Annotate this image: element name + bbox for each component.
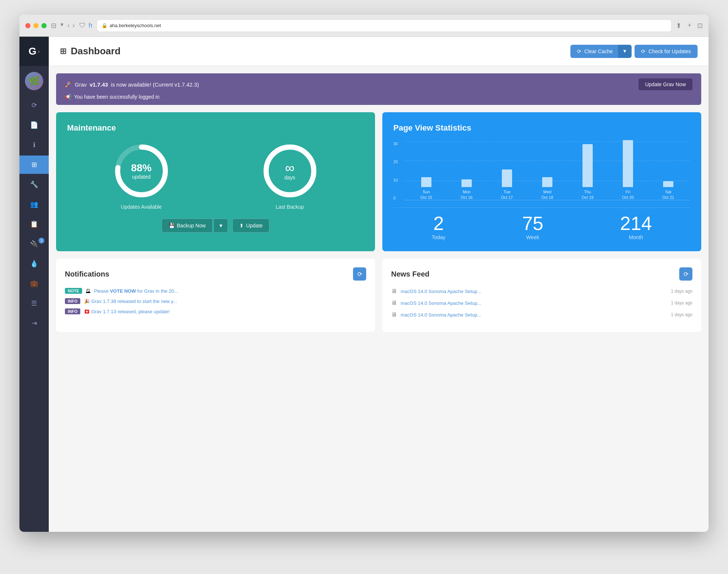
themes-icon: 💧 <box>30 260 38 268</box>
sidebar-item-sync[interactable]: ⟳ <box>19 96 49 114</box>
clear-cache-button[interactable]: ⟳ Clear Cache <box>570 45 619 58</box>
browser-buttons <box>25 23 47 28</box>
update-plugin-button[interactable]: ⬆ Update <box>232 219 269 233</box>
minimize-button[interactable] <box>33 23 38 28</box>
maintenance-title: Maintenance <box>67 123 364 133</box>
news-link-0[interactable]: macOS 14.0 Sonoma Apache Setup... <box>401 289 667 294</box>
newsfeed-title: News Feed <box>391 270 429 278</box>
bar-thu: ThuOct 19 <box>569 144 606 200</box>
newsfeed-refresh-button[interactable]: ⟳ <box>679 267 692 281</box>
clear-cache-label: Clear Cache <box>584 48 613 54</box>
sidebar-item-admin[interactable]: 💼 <box>19 274 49 293</box>
address-bar[interactable]: 🔒 aha.berkeleyschools.net <box>97 19 672 32</box>
backup-dropdown-button[interactable]: ▼ <box>214 219 228 233</box>
news-link-1[interactable]: macOS 14.0 Sonoma Apache Setup... <box>401 300 667 306</box>
check-updates-label: Check for Updates <box>648 48 691 54</box>
sidebar-nav: ⟳ 📄 ℹ ⊞ 🔧 👥 📋 <box>19 96 49 332</box>
week-value: 75 <box>522 214 543 233</box>
update-grav-button[interactable]: Update Grav Now <box>639 78 692 90</box>
plugins-icon: 🔌 <box>30 240 38 248</box>
banner-version-text: 🚀 Grav v1.7.43 is now available! (Curren… <box>65 81 199 88</box>
forward-icon[interactable]: › <box>73 22 75 30</box>
sync-icon: ⟳ <box>32 101 37 109</box>
notification-text-1[interactable]: 🎉 Grav 1.7.38 released to start the new … <box>84 299 177 304</box>
notifications-header: Notifications ⟳ <box>65 267 366 281</box>
chevron-down-icon[interactable]: ▼ <box>59 22 65 30</box>
stat-today: 2 Today <box>432 214 445 240</box>
sidebar-item-info[interactable]: ℹ <box>19 136 49 154</box>
notifications-card: Notifications ⟳ NOTE 🗳 Please VOTE NOW f… <box>56 259 375 332</box>
bottom-grid: Notifications ⟳ NOTE 🗳 Please VOTE NOW f… <box>49 259 709 339</box>
upload-icon: ⬆ <box>239 223 244 228</box>
month-label: Month <box>620 234 652 240</box>
sidebar-item-logout[interactable]: ⇥ <box>19 314 49 332</box>
sidebar-item-menu[interactable]: ☰ <box>19 294 49 312</box>
y-label-10: 10 <box>393 178 398 182</box>
notifications-title: Notifications <box>65 270 109 278</box>
sidebar-item-tools[interactable]: 🔧 <box>19 175 49 194</box>
card-actions: 💾 Backup Now ▼ ⬆ Update <box>67 219 364 233</box>
notification-item-1: INFO 🎉 Grav 1.7.38 released to start the… <box>65 298 366 304</box>
stat-week: 75 Week <box>522 214 543 240</box>
updates-donut-text: 88% updated <box>131 162 151 180</box>
bar-sun-label: SunOct 15 <box>420 189 432 200</box>
newsfeed-header: News Feed ⟳ <box>391 267 692 281</box>
stat-month: 214 Month <box>620 214 652 240</box>
pages-icon: 📄 <box>30 121 38 129</box>
bar-chart: SunOct 15 MonOct 16 TueOct 17 <box>404 142 690 200</box>
updates-donut: 88% updated <box>112 142 171 200</box>
news-item-2: 🖥 macOS 14.0 Sonoma Apache Setup... 1 da… <box>391 311 692 318</box>
backup-now-button[interactable]: 💾 Backup Now <box>162 219 213 233</box>
bar-tue-value <box>502 169 512 187</box>
backup-button-label: Backup Now <box>177 223 206 228</box>
logout-icon: ⇥ <box>32 319 37 327</box>
bar-fri: FriOct 20 <box>610 140 646 200</box>
megaphone-icon: 📢 <box>65 94 71 100</box>
sidebar: G › 🌿 ⟳ 📄 ℹ ⊞ 🔧 <box>19 37 49 532</box>
close-button[interactable] <box>25 23 30 28</box>
lock-icon: 🔒 <box>102 23 107 28</box>
share-icon[interactable]: ⬆ <box>676 22 681 30</box>
maximize-button[interactable] <box>41 23 47 28</box>
sidebar-item-content[interactable]: 📋 <box>19 215 49 233</box>
bar-wed-value <box>542 177 552 187</box>
news-item-1: 🖥 macOS 14.0 Sonoma Apache Setup... 1 da… <box>391 300 692 306</box>
version-number: v1.7.43 <box>90 81 108 88</box>
app-layout: G › 🌿 ⟳ 📄 ℹ ⊞ 🔧 <box>19 37 709 532</box>
info-icon: ℹ <box>33 141 36 149</box>
newsfeed-card: News Feed ⟳ 🖥 macOS 14.0 Sonoma Apache S… <box>382 259 701 332</box>
back-icon[interactable]: ‹ <box>67 22 70 30</box>
news-time-1: 1 days ago <box>671 300 692 306</box>
main-content: ⊞ Dashboard ⟳ Clear Cache ▼ ⟳ Check for … <box>49 37 709 532</box>
backup-circle-item: ∞ days Last Backup <box>261 142 319 210</box>
notification-text-0[interactable]: Please VOTE NOW for Grav in the 20... <box>94 288 178 294</box>
sidebar-item-dashboard[interactable]: ⊞ <box>19 156 49 174</box>
avatar[interactable]: 🌿 <box>25 72 43 90</box>
grid-icon: ⊞ <box>60 47 66 56</box>
sidebar-item-users[interactable]: 👥 <box>19 195 49 213</box>
y-label-0: 0 <box>393 196 398 200</box>
check-updates-button[interactable]: ⟳ Check for Updates <box>635 45 698 58</box>
notification-text-2[interactable]: 🇨🇭 Grav 1.7.13 released, please update! <box>84 309 170 314</box>
rocket-icon: 🚀 <box>65 81 72 88</box>
news-doc-icon-1: 🖥 <box>391 300 397 306</box>
bar-tue: TueOct 17 <box>489 169 525 200</box>
banner-login-row: 📢 You have been successfully logged in <box>65 94 692 100</box>
notifications-refresh-button[interactable]: ⟳ <box>353 267 366 281</box>
sidebar-toggle-icon[interactable]: ⊟ <box>51 22 56 30</box>
news-link-2[interactable]: macOS 14.0 Sonoma Apache Setup... <box>401 312 667 318</box>
news-time-0: 1 days ago <box>671 289 692 294</box>
sidebar-item-plugins[interactable]: 🔌 3 <box>19 235 49 253</box>
update-icon: ⟳ <box>641 48 646 54</box>
update-button-label: Update <box>246 223 262 228</box>
stats-numbers: 2 Today 75 Week 214 Month <box>393 208 690 240</box>
version-suffix: is now available! (Current v1.7.42.3) <box>111 81 199 88</box>
tabs-icon[interactable]: ⊡ <box>697 22 703 30</box>
sidebar-item-themes[interactable]: 💧 <box>19 255 49 273</box>
plugins-badge: 3 <box>38 238 44 244</box>
bar-sat-label: SatOct 21 <box>662 189 674 200</box>
month-value: 214 <box>620 214 652 233</box>
clear-cache-dropdown-button[interactable]: ▼ <box>618 45 632 58</box>
sidebar-item-pages[interactable]: 📄 <box>19 116 49 134</box>
new-tab-icon[interactable]: + <box>687 22 691 30</box>
